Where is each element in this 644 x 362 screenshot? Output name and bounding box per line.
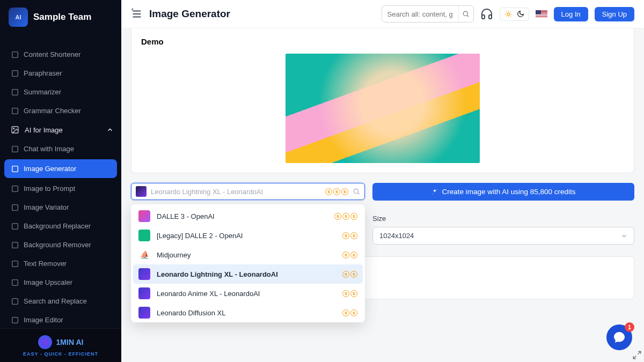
content: Demo Leonardo Lightning XL - LeonardoAI … [121,28,644,362]
create-image-button[interactable]: Create image with AI using 85,800 credit… [372,183,634,201]
language-flag[interactable] [536,10,547,18]
svg-point-32 [437,189,437,190]
brand-logo [38,335,52,349]
sidebar-item[interactable]: Content Shortener [0,45,121,64]
sidebar-item-label: Paraphraser [24,69,62,77]
chevron-down-icon [621,233,627,239]
model-cost-icons: $$ [342,309,357,316]
svg-point-19 [463,11,467,16]
sidebar-item-label: Background Remover [24,241,91,249]
sidebar-section-label: AI for Image [25,126,63,134]
sidebar-item-label: Image Upscaler [24,278,72,286]
model-cost-icons: $$ [342,271,357,278]
sidebar-item-label: Grammar Checker [24,107,81,115]
model-thumb-icon [138,210,150,222]
svg-rect-8 [12,186,18,191]
svg-line-25 [510,16,511,17]
brand-name: 1MIN AI [56,338,84,346]
expand-icon[interactable] [632,350,642,360]
theme-toggle[interactable] [500,8,529,21]
size-select[interactable]: 1024x1024 [372,227,634,245]
model-thumb-icon [138,307,150,319]
sidebar-header: AI Sample Team [0,0,121,34]
svg-line-28 [506,16,507,17]
create-button-label: Create image with AI using 85,800 credit… [442,188,575,196]
model-option[interactable]: Midjourney$$ [133,245,363,264]
svg-rect-6 [12,146,18,152]
svg-rect-0 [12,51,18,57]
model-option-label: Leonardo Lightning XL - LeonardoAI [157,270,336,278]
model-option-label: Leonardo Anime XL - LeonardoAI [157,290,336,298]
sidebar-item-label: Image to Prompt [24,184,75,193]
sidebar-item[interactable]: Grammar Checker [0,101,121,120]
search-button[interactable] [458,6,473,22]
model-selected-label: Leonardo Lightning XL - LeonardoAI [151,188,321,196]
model-option[interactable]: DALLE 3 - OpenAI$$$ [133,206,363,226]
chat-badge: 1 [625,322,634,332]
model-option[interactable]: [Legacy] DALLE 2 - OpenAI$$ [133,226,363,245]
sidebar-item[interactable]: Paraphraser [0,64,121,83]
sidebar-item[interactable]: Summarizer [0,83,121,101]
brand-tagline: EASY - QUICK - EFFICIENT [0,351,121,357]
sidebar-item[interactable]: Image Generator [4,159,117,178]
sidebar: AI Sample Team Content ShortenerParaphra… [0,0,121,362]
model-cost-icons: $$$ [325,188,348,195]
sidebar-item[interactable]: Image Editor [0,311,121,328]
signup-button[interactable]: Sign Up [595,7,634,21]
chat-icon [613,331,626,344]
model-option[interactable]: Leonardo Lightning XL - LeonardoAI$$ [133,264,363,284]
svg-point-21 [507,13,510,16]
svg-point-5 [13,128,14,129]
svg-rect-10 [12,223,18,229]
model-thumb-icon [138,287,150,299]
model-thumb-icon [138,230,150,241]
model-thumb-icon [136,186,147,197]
sidebar-item[interactable]: Text Remover [0,254,121,273]
header: Image Generator Log In Sign Up [121,0,644,28]
headphones-icon[interactable] [480,8,493,20]
sidebar-item-label: Content Shortener [24,50,80,58]
main: Image Generator Log In Sign Up Demo [121,0,644,362]
sidebar-item[interactable]: Image Variator [0,198,121,217]
sidebar-item[interactable]: Background Replacer [0,217,121,235]
model-option[interactable]: Leonardo Diffusion XL$$ [133,303,363,322]
sidebar-item-label: Text Remover [24,260,67,268]
search-input[interactable] [382,7,458,21]
model-cost-icons: $$ [342,290,357,297]
sidebar-item[interactable]: Image Upscaler [0,273,121,292]
model-select[interactable]: Leonardo Lightning XL - LeonardoAI $$$ D… [131,183,365,201]
sidebar-item[interactable]: Search and Replace [0,292,121,311]
chat-widget[interactable]: 1 [606,324,632,350]
svg-rect-7 [12,166,18,172]
form-area: Leonardo Lightning XL - LeonardoAI $$$ D… [131,183,634,299]
collapse-sidebar-icon[interactable] [131,8,143,20]
sidebar-item[interactable]: Image to Prompt [0,179,121,198]
size-value: 1024x1024 [379,232,414,240]
svg-rect-15 [12,317,18,323]
image-icon [11,125,19,134]
team-name: Sample Team [33,12,91,23]
sidebar-nav: Content ShortenerParaphraserSummarizerGr… [0,34,121,328]
login-button[interactable]: Log In [554,7,588,21]
svg-line-31 [358,193,360,195]
team-logo: AI [9,8,28,27]
demo-title: Demo [141,37,624,46]
svg-rect-14 [12,298,18,304]
sidebar-section-ai-for-image[interactable]: AI for Image [0,120,121,139]
sidebar-footer: 1MIN AI EASY - QUICK - EFFICIENT [0,328,121,362]
svg-rect-12 [12,261,18,267]
sidebar-item-label: Search and Replace [24,297,87,305]
svg-point-33 [433,193,433,194]
sidebar-item[interactable]: Background Remover [0,235,121,254]
search-wrap [382,5,474,23]
svg-line-35 [633,356,636,359]
model-option[interactable]: Leonardo Anime XL - LeonardoAI$$ [133,284,363,303]
svg-point-30 [354,189,358,193]
sidebar-item[interactable]: Chat with Image [0,139,121,158]
model-option-label: DALLE 3 - OpenAI [157,212,328,220]
page-title: Image Generator [149,8,230,20]
sun-icon [504,10,513,18]
search-icon [462,10,470,18]
svg-line-24 [506,12,507,12]
model-thumb-icon [138,249,150,261]
